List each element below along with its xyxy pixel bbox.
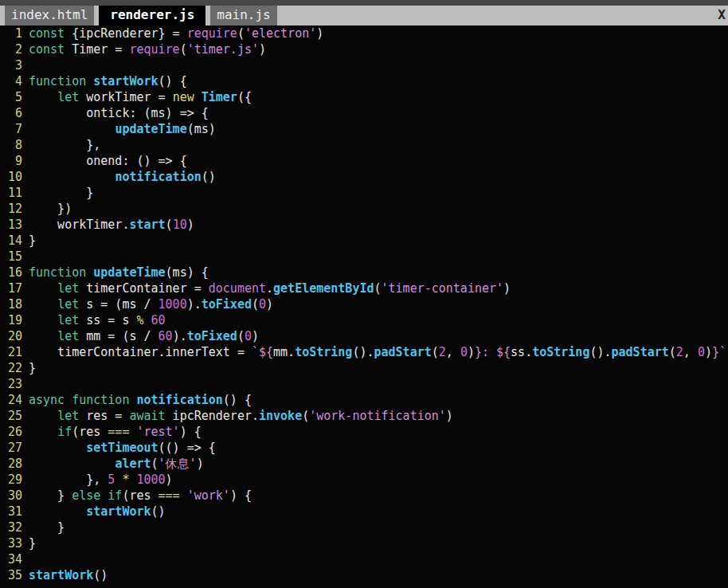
line-number: 30 bbox=[0, 488, 29, 504]
code-line: 16function updateTime(ms) { bbox=[0, 265, 728, 280]
code-line: 14} bbox=[0, 233, 728, 249]
code-line: 23 bbox=[0, 376, 728, 392]
line-number: 2 bbox=[0, 41, 29, 57]
code-line: 18 let s = (ms / 1000).toFixed(0) bbox=[0, 296, 728, 312]
line-number: 6 bbox=[0, 105, 29, 121]
code-line: 31 startWork() bbox=[0, 504, 728, 519]
code-line: 11 } bbox=[0, 185, 728, 201]
line-number: 26 bbox=[0, 424, 29, 440]
code-line: 26 if(res === 'rest') { bbox=[0, 424, 728, 440]
line-number: 20 bbox=[0, 328, 29, 344]
tab-index-html[interactable]: index.html bbox=[5, 6, 94, 25]
code-line: 27 setTimeout(() => { bbox=[0, 440, 728, 456]
code-line-text: async function notification() { bbox=[29, 392, 252, 408]
code-line-text: startWork() bbox=[29, 567, 108, 583]
code-line: 5 let workTimer = new Timer({ bbox=[0, 89, 728, 105]
code-line-text: function updateTime(ms) { bbox=[29, 265, 209, 280]
code-line: 17 let timerContainer = document.getElem… bbox=[0, 280, 728, 296]
tab-renderer-js[interactable]: renderer.js bbox=[99, 6, 205, 25]
code-line-text: } bbox=[29, 519, 65, 535]
tab-main-js[interactable]: main.js bbox=[210, 6, 276, 25]
code-line-text: let mm = (s / 60).toFixed(0) bbox=[29, 328, 259, 344]
line-number: 19 bbox=[0, 312, 29, 328]
code-line-text: } bbox=[29, 185, 93, 201]
line-number: 33 bbox=[0, 535, 29, 551]
code-line-text: } bbox=[29, 535, 36, 551]
line-number: 8 bbox=[0, 137, 29, 153]
line-number: 24 bbox=[0, 392, 29, 408]
code-line-text: setTimeout(() => { bbox=[29, 440, 216, 456]
line-number: 13 bbox=[0, 217, 29, 233]
line-number: 31 bbox=[0, 504, 29, 519]
code-line-text: let workTimer = new Timer({ bbox=[29, 89, 252, 105]
code-line-text: const {ipcRenderer} = require('electron'… bbox=[29, 25, 323, 41]
code-line: 32 } bbox=[0, 519, 728, 535]
code-line: 7 updateTime(ms) bbox=[0, 121, 728, 137]
code-line-text: let timerContainer = document.getElement… bbox=[29, 280, 511, 296]
line-number: 7 bbox=[0, 121, 29, 137]
code-line: 19 let ss = s % 60 bbox=[0, 312, 728, 328]
code-line-text: notification() bbox=[29, 169, 216, 185]
line-number: 18 bbox=[0, 296, 29, 312]
code-line-text: }, bbox=[29, 137, 100, 153]
line-number: 25 bbox=[0, 408, 29, 424]
code-line-text: }) bbox=[29, 201, 72, 217]
code-line-text: function startWork() { bbox=[29, 73, 187, 89]
code-line-text: const Timer = require('timer.js') bbox=[29, 41, 266, 57]
line-number: 14 bbox=[0, 233, 29, 249]
code-line: 1const {ipcRenderer} = require('electron… bbox=[0, 25, 728, 41]
code-line: 13 workTimer.start(10) bbox=[0, 217, 728, 233]
line-number: 3 bbox=[0, 57, 29, 73]
code-line: 9 onend: () => { bbox=[0, 153, 728, 169]
code-line: 33} bbox=[0, 535, 728, 551]
close-icon[interactable]: X bbox=[718, 6, 726, 25]
code-line-text: workTimer.start(10) bbox=[29, 217, 194, 233]
code-line: 2const Timer = require('timer.js') bbox=[0, 41, 728, 57]
line-number: 16 bbox=[0, 265, 29, 280]
code-line-text: timerContainer.innerText = `${mm.toStrin… bbox=[29, 344, 726, 360]
code-line: 6 ontick: (ms) => { bbox=[0, 105, 728, 121]
line-number: 1 bbox=[0, 25, 29, 41]
line-number: 15 bbox=[0, 249, 29, 265]
code-line: 25 let res = await ipcRenderer.invoke('w… bbox=[0, 408, 728, 424]
code-line: 24async function notification() { bbox=[0, 392, 728, 408]
code-line-text: updateTime(ms) bbox=[29, 121, 216, 137]
code-editor[interactable]: 1const {ipcRenderer} = require('electron… bbox=[0, 25, 728, 583]
code-line-text: } bbox=[29, 233, 36, 249]
line-number: 35 bbox=[0, 567, 29, 583]
line-number: 11 bbox=[0, 185, 29, 201]
code-line: 15 bbox=[0, 249, 728, 265]
code-line: 4function startWork() { bbox=[0, 73, 728, 89]
code-line-text: alert('休息') bbox=[29, 456, 204, 472]
code-line-text: } bbox=[29, 360, 36, 376]
code-line: 8 }, bbox=[0, 137, 728, 153]
titlebar bbox=[0, 0, 728, 6]
line-number: 23 bbox=[0, 376, 29, 392]
code-line-text: let res = await ipcRenderer.invoke('work… bbox=[29, 408, 453, 424]
code-line-text: ontick: (ms) => { bbox=[29, 105, 209, 121]
editor-window: index.html renderer.js main.js X 1const … bbox=[0, 0, 728, 583]
code-line-text: startWork() bbox=[29, 504, 166, 519]
code-line: 20 let mm = (s / 60).toFixed(0) bbox=[0, 328, 728, 344]
line-number: 28 bbox=[0, 456, 29, 472]
line-number: 17 bbox=[0, 280, 29, 296]
line-number: 9 bbox=[0, 153, 29, 169]
code-line-text: onend: () => { bbox=[29, 153, 187, 169]
line-number: 5 bbox=[0, 89, 29, 105]
tab-bar: index.html renderer.js main.js X bbox=[0, 6, 728, 25]
code-line-text: let ss = s % 60 bbox=[29, 312, 166, 328]
code-line-text: }, 5 * 1000) bbox=[29, 472, 173, 488]
code-line: 28 alert('休息') bbox=[0, 456, 728, 472]
code-line: 21 timerContainer.innerText = `${mm.toSt… bbox=[0, 344, 728, 360]
code-line: 10 notification() bbox=[0, 169, 728, 185]
code-line: 29 }, 5 * 1000) bbox=[0, 472, 728, 488]
line-number: 22 bbox=[0, 360, 29, 376]
code-line: 30 } else if(res === 'work') { bbox=[0, 488, 728, 504]
code-line: 34 bbox=[0, 551, 728, 567]
line-number: 34 bbox=[0, 551, 29, 567]
code-line: 35startWork() bbox=[0, 567, 728, 583]
code-line-text: if(res === 'rest') { bbox=[29, 424, 202, 440]
line-number: 12 bbox=[0, 201, 29, 217]
line-number: 10 bbox=[0, 169, 29, 185]
code-line-text: } else if(res === 'work') { bbox=[29, 488, 252, 504]
